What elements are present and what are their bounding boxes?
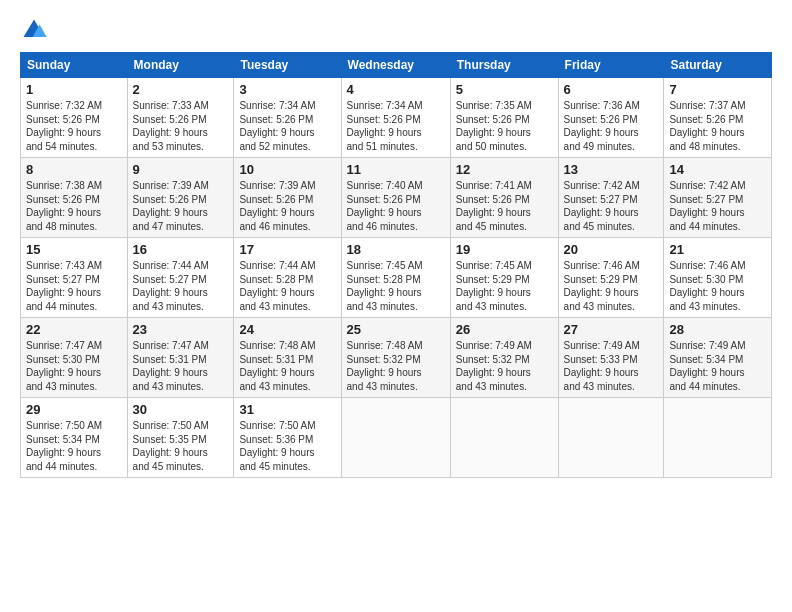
day-number: 3 [239, 82, 335, 97]
day-info: Sunrise: 7:46 AM Sunset: 5:29 PM Dayligh… [564, 259, 659, 313]
day-info: Sunrise: 7:48 AM Sunset: 5:32 PM Dayligh… [347, 339, 445, 393]
page: SundayMondayTuesdayWednesdayThursdayFrid… [0, 0, 792, 612]
day-info: Sunrise: 7:48 AM Sunset: 5:31 PM Dayligh… [239, 339, 335, 393]
day-number: 16 [133, 242, 229, 257]
day-info: Sunrise: 7:40 AM Sunset: 5:26 PM Dayligh… [347, 179, 445, 233]
calendar-cell: 15Sunrise: 7:43 AM Sunset: 5:27 PM Dayli… [21, 238, 128, 318]
calendar-cell [450, 398, 558, 478]
day-number: 29 [26, 402, 122, 417]
day-number: 4 [347, 82, 445, 97]
calendar-cell [558, 398, 664, 478]
day-info: Sunrise: 7:36 AM Sunset: 5:26 PM Dayligh… [564, 99, 659, 153]
calendar-cell: 5Sunrise: 7:35 AM Sunset: 5:26 PM Daylig… [450, 78, 558, 158]
day-number: 1 [26, 82, 122, 97]
day-info: Sunrise: 7:47 AM Sunset: 5:30 PM Dayligh… [26, 339, 122, 393]
calendar-cell: 9Sunrise: 7:39 AM Sunset: 5:26 PM Daylig… [127, 158, 234, 238]
calendar-cell: 22Sunrise: 7:47 AM Sunset: 5:30 PM Dayli… [21, 318, 128, 398]
header-day-wednesday: Wednesday [341, 53, 450, 78]
calendar-cell: 20Sunrise: 7:46 AM Sunset: 5:29 PM Dayli… [558, 238, 664, 318]
day-number: 12 [456, 162, 553, 177]
calendar-cell: 19Sunrise: 7:45 AM Sunset: 5:29 PM Dayli… [450, 238, 558, 318]
day-info: Sunrise: 7:35 AM Sunset: 5:26 PM Dayligh… [456, 99, 553, 153]
calendar-week-3: 15Sunrise: 7:43 AM Sunset: 5:27 PM Dayli… [21, 238, 772, 318]
calendar-cell: 13Sunrise: 7:42 AM Sunset: 5:27 PM Dayli… [558, 158, 664, 238]
calendar-cell: 28Sunrise: 7:49 AM Sunset: 5:34 PM Dayli… [664, 318, 772, 398]
day-number: 2 [133, 82, 229, 97]
day-info: Sunrise: 7:34 AM Sunset: 5:26 PM Dayligh… [239, 99, 335, 153]
header [20, 16, 772, 44]
day-number: 26 [456, 322, 553, 337]
calendar-cell: 10Sunrise: 7:39 AM Sunset: 5:26 PM Dayli… [234, 158, 341, 238]
day-number: 9 [133, 162, 229, 177]
calendar-cell: 2Sunrise: 7:33 AM Sunset: 5:26 PM Daylig… [127, 78, 234, 158]
calendar-cell: 7Sunrise: 7:37 AM Sunset: 5:26 PM Daylig… [664, 78, 772, 158]
calendar-cell: 12Sunrise: 7:41 AM Sunset: 5:26 PM Dayli… [450, 158, 558, 238]
day-info: Sunrise: 7:45 AM Sunset: 5:29 PM Dayligh… [456, 259, 553, 313]
header-day-tuesday: Tuesday [234, 53, 341, 78]
day-info: Sunrise: 7:46 AM Sunset: 5:30 PM Dayligh… [669, 259, 766, 313]
day-info: Sunrise: 7:44 AM Sunset: 5:27 PM Dayligh… [133, 259, 229, 313]
calendar-cell: 27Sunrise: 7:49 AM Sunset: 5:33 PM Dayli… [558, 318, 664, 398]
day-info: Sunrise: 7:50 AM Sunset: 5:34 PM Dayligh… [26, 419, 122, 473]
logo-icon [20, 16, 48, 44]
day-number: 17 [239, 242, 335, 257]
header-day-saturday: Saturday [664, 53, 772, 78]
logo [20, 16, 52, 44]
calendar-cell: 25Sunrise: 7:48 AM Sunset: 5:32 PM Dayli… [341, 318, 450, 398]
calendar-cell: 14Sunrise: 7:42 AM Sunset: 5:27 PM Dayli… [664, 158, 772, 238]
calendar-cell: 16Sunrise: 7:44 AM Sunset: 5:27 PM Dayli… [127, 238, 234, 318]
calendar-week-1: 1Sunrise: 7:32 AM Sunset: 5:26 PM Daylig… [21, 78, 772, 158]
calendar-cell: 26Sunrise: 7:49 AM Sunset: 5:32 PM Dayli… [450, 318, 558, 398]
day-number: 31 [239, 402, 335, 417]
calendar-cell: 4Sunrise: 7:34 AM Sunset: 5:26 PM Daylig… [341, 78, 450, 158]
day-info: Sunrise: 7:33 AM Sunset: 5:26 PM Dayligh… [133, 99, 229, 153]
day-number: 7 [669, 82, 766, 97]
calendar-week-2: 8Sunrise: 7:38 AM Sunset: 5:26 PM Daylig… [21, 158, 772, 238]
header-day-friday: Friday [558, 53, 664, 78]
day-number: 22 [26, 322, 122, 337]
day-number: 8 [26, 162, 122, 177]
day-info: Sunrise: 7:34 AM Sunset: 5:26 PM Dayligh… [347, 99, 445, 153]
day-number: 15 [26, 242, 122, 257]
day-number: 27 [564, 322, 659, 337]
calendar-cell: 3Sunrise: 7:34 AM Sunset: 5:26 PM Daylig… [234, 78, 341, 158]
day-info: Sunrise: 7:37 AM Sunset: 5:26 PM Dayligh… [669, 99, 766, 153]
calendar-cell: 31Sunrise: 7:50 AM Sunset: 5:36 PM Dayli… [234, 398, 341, 478]
day-info: Sunrise: 7:47 AM Sunset: 5:31 PM Dayligh… [133, 339, 229, 393]
day-info: Sunrise: 7:42 AM Sunset: 5:27 PM Dayligh… [669, 179, 766, 233]
day-number: 13 [564, 162, 659, 177]
day-info: Sunrise: 7:32 AM Sunset: 5:26 PM Dayligh… [26, 99, 122, 153]
day-info: Sunrise: 7:41 AM Sunset: 5:26 PM Dayligh… [456, 179, 553, 233]
calendar-week-4: 22Sunrise: 7:47 AM Sunset: 5:30 PM Dayli… [21, 318, 772, 398]
calendar-header-row: SundayMondayTuesdayWednesdayThursdayFrid… [21, 53, 772, 78]
header-day-sunday: Sunday [21, 53, 128, 78]
day-number: 11 [347, 162, 445, 177]
day-info: Sunrise: 7:39 AM Sunset: 5:26 PM Dayligh… [133, 179, 229, 233]
day-info: Sunrise: 7:49 AM Sunset: 5:33 PM Dayligh… [564, 339, 659, 393]
day-number: 20 [564, 242, 659, 257]
calendar-cell: 30Sunrise: 7:50 AM Sunset: 5:35 PM Dayli… [127, 398, 234, 478]
day-number: 18 [347, 242, 445, 257]
day-number: 28 [669, 322, 766, 337]
calendar-cell: 29Sunrise: 7:50 AM Sunset: 5:34 PM Dayli… [21, 398, 128, 478]
day-info: Sunrise: 7:49 AM Sunset: 5:32 PM Dayligh… [456, 339, 553, 393]
day-number: 5 [456, 82, 553, 97]
day-number: 14 [669, 162, 766, 177]
day-info: Sunrise: 7:50 AM Sunset: 5:35 PM Dayligh… [133, 419, 229, 473]
header-day-monday: Monday [127, 53, 234, 78]
day-info: Sunrise: 7:39 AM Sunset: 5:26 PM Dayligh… [239, 179, 335, 233]
calendar-cell: 18Sunrise: 7:45 AM Sunset: 5:28 PM Dayli… [341, 238, 450, 318]
calendar-cell: 24Sunrise: 7:48 AM Sunset: 5:31 PM Dayli… [234, 318, 341, 398]
calendar-cell: 8Sunrise: 7:38 AM Sunset: 5:26 PM Daylig… [21, 158, 128, 238]
day-info: Sunrise: 7:49 AM Sunset: 5:34 PM Dayligh… [669, 339, 766, 393]
calendar-week-5: 29Sunrise: 7:50 AM Sunset: 5:34 PM Dayli… [21, 398, 772, 478]
calendar-cell: 23Sunrise: 7:47 AM Sunset: 5:31 PM Dayli… [127, 318, 234, 398]
day-number: 21 [669, 242, 766, 257]
day-number: 10 [239, 162, 335, 177]
day-info: Sunrise: 7:42 AM Sunset: 5:27 PM Dayligh… [564, 179, 659, 233]
day-info: Sunrise: 7:38 AM Sunset: 5:26 PM Dayligh… [26, 179, 122, 233]
calendar-cell: 1Sunrise: 7:32 AM Sunset: 5:26 PM Daylig… [21, 78, 128, 158]
day-number: 30 [133, 402, 229, 417]
day-info: Sunrise: 7:45 AM Sunset: 5:28 PM Dayligh… [347, 259, 445, 313]
day-number: 25 [347, 322, 445, 337]
